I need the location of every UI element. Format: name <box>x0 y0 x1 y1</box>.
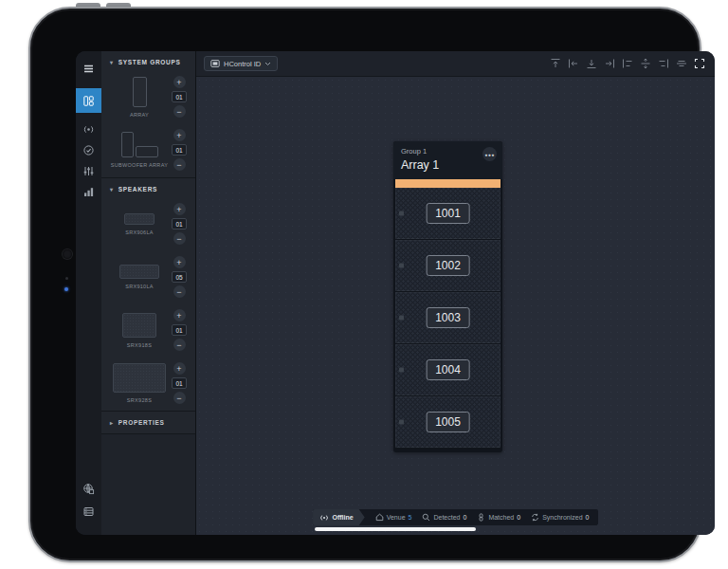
module-id-badge: 1004 <box>426 359 470 380</box>
count-value: 01 <box>172 91 187 102</box>
group-card[interactable]: Group 1 Array 1 ●●● 1001 1002 <box>393 141 502 452</box>
srx910la-count-stepper: + 05 − <box>169 256 190 298</box>
tab-tuning[interactable] <box>76 160 101 181</box>
card-menu-button[interactable]: ●●● <box>482 147 497 161</box>
detected-label: Detected <box>433 514 460 521</box>
increment-button[interactable]: + <box>173 76 186 88</box>
section-properties[interactable]: ▸ PROPERTIES <box>101 411 195 433</box>
detected-count: 0 <box>463 514 466 521</box>
synchronized-status: Synchronized 0 <box>531 513 589 522</box>
group-label: Group 1 <box>401 147 495 156</box>
home-indicator-handle[interactable] <box>315 527 476 531</box>
decrement-button[interactable]: − <box>173 392 186 404</box>
section-title: SYSTEM GROUPS <box>118 59 181 65</box>
speaker-module[interactable]: 1005 <box>395 396 500 448</box>
speaker-module[interactable]: 1004 <box>395 344 500 395</box>
palette-item-subwoofer-array[interactable]: SUBWOOFER ARRAY + 01 − <box>101 124 195 177</box>
synchronized-count: 0 <box>586 514 590 521</box>
globe-button[interactable] <box>76 478 101 499</box>
increment-button[interactable]: + <box>173 256 186 268</box>
detected-status: Detected 0 <box>422 513 466 522</box>
align-bottom-button[interactable] <box>585 58 597 70</box>
align-bottom-icon <box>586 58 597 69</box>
connection-status-badge[interactable]: Offline <box>313 509 365 525</box>
tab-levels[interactable] <box>76 181 101 202</box>
hcontrol-id-icon <box>210 59 220 68</box>
wireless-icon <box>319 513 329 523</box>
palette-item-srx918s[interactable]: SRX918S + 01 − <box>101 304 195 358</box>
module-id-badge: 1001 <box>426 203 470 224</box>
align-top-button[interactable] <box>549 58 561 70</box>
speaker-module[interactable]: 1001 <box>395 188 500 239</box>
align-right-button[interactable] <box>603 58 615 70</box>
module-stack: 1001 1002 1003 1004 <box>395 188 500 448</box>
matched-link-icon <box>477 513 485 522</box>
caret-right-icon: ▸ <box>110 419 114 426</box>
broadcast-icon <box>82 123 95 136</box>
speaker-shape-icon <box>122 313 156 338</box>
label-mode-select[interactable]: HControl ID <box>204 56 278 71</box>
palette-item-array[interactable]: ARRAY + 01 − <box>101 71 195 124</box>
module-pin <box>399 264 404 268</box>
speaker-module[interactable]: 1002 <box>395 240 500 291</box>
tab-check[interactable] <box>76 139 101 160</box>
palette-item-label: SRX910LA <box>125 284 154 289</box>
palette-item-label: SRX906LA <box>125 229 154 235</box>
decrement-button[interactable]: − <box>173 232 186 245</box>
increment-button[interactable]: + <box>173 362 186 375</box>
align-center-horizontal-button[interactable] <box>675 58 687 70</box>
array-name: Array 1 <box>401 158 495 172</box>
sidebar-empty-area <box>101 433 195 535</box>
fit-view-button[interactable] <box>693 58 705 70</box>
speaker-module[interactable]: 1003 <box>395 292 500 343</box>
decrement-button[interactable]: − <box>173 158 186 171</box>
distribute-right-button[interactable] <box>657 58 669 70</box>
distribute-vertical-button[interactable] <box>639 58 651 70</box>
matched-status: Matched 0 <box>477 513 520 522</box>
align-left-button[interactable] <box>567 58 579 70</box>
palette-item-srx910la[interactable]: SRX910LA + 05 − <box>101 251 195 304</box>
status-led <box>64 287 68 291</box>
increment-button[interactable]: + <box>173 309 186 321</box>
section-system-groups[interactable]: ▾ SYSTEM GROUPS <box>101 51 195 71</box>
design-canvas[interactable]: Group 1 Array 1 ●●● 1001 1002 <box>196 77 715 535</box>
array-shape-icon <box>133 77 147 107</box>
module-pin <box>399 211 404 216</box>
palette-item-srx928s[interactable]: SRX928S + 01 − <box>101 358 195 411</box>
decrement-button[interactable]: − <box>173 285 186 298</box>
count-value: 01 <box>172 218 187 229</box>
palette-item-srx906la[interactable]: SRX906LA + 01 − <box>101 198 195 251</box>
chevron-down-icon <box>264 62 271 66</box>
venue-count: 5 <box>409 514 412 521</box>
rack-button[interactable] <box>76 501 101 522</box>
count-value: 01 <box>172 324 187 336</box>
module-pin <box>399 420 404 425</box>
decrement-button[interactable]: − <box>173 339 186 351</box>
distribute-left-button[interactable] <box>621 58 633 70</box>
tab-array-design[interactable] <box>76 88 101 113</box>
top-toolbar: HControl ID <box>196 51 715 77</box>
front-camera <box>63 249 72 259</box>
synchronized-label: Synchronized <box>542 514 582 521</box>
increment-button[interactable]: + <box>173 129 186 141</box>
globe-icon <box>82 483 95 495</box>
increment-button[interactable]: + <box>173 203 186 215</box>
palette-item-label: SUBWOOFER ARRAY <box>111 162 168 168</box>
section-speakers[interactable]: ▾ SPEAKERS <box>101 178 195 198</box>
module-pin <box>399 316 404 321</box>
tab-broadcast[interactable] <box>76 119 101 139</box>
check-circle-icon <box>82 144 95 156</box>
srx928s-count-stepper: + 01 − <box>169 362 190 404</box>
decrement-button[interactable]: − <box>173 105 186 118</box>
levels-icon <box>82 186 95 198</box>
menu-button[interactable] <box>76 58 101 79</box>
page: ▾ SYSTEM GROUPS ARRAY + 01 − <box>0 0 728 569</box>
mode-select-value: HControl ID <box>224 60 261 68</box>
caret-down-icon: ▾ <box>110 59 114 65</box>
rack-icon <box>82 505 95 518</box>
microphone-dot <box>65 277 68 280</box>
count-value: 01 <box>172 144 187 156</box>
palette-item-label: ARRAY <box>130 112 149 118</box>
speaker-shape-icon <box>124 213 155 225</box>
speaker-shape-icon <box>113 363 166 393</box>
